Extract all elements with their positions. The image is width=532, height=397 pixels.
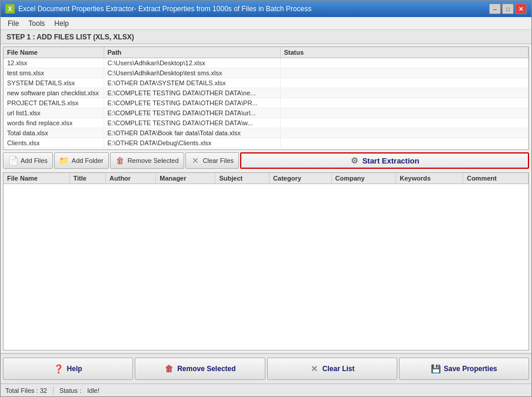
clear-list-button[interactable]: ✕ Clear List	[267, 358, 397, 380]
file-status-cell	[280, 138, 528, 148]
file-status-cell	[280, 128, 528, 138]
table-row: words find replace.xlsx E:\COMPLETE TEST…	[4, 118, 528, 128]
file-name-cell: Total data.xlsx	[4, 128, 104, 138]
file-name-cell: SYSTEM DETAILS.xlsx	[4, 78, 104, 88]
clear-list-icon: ✕	[310, 364, 319, 373]
file-table-container[interactable]: File Name Path Status 12.xlsx C:\Users\A…	[3, 46, 529, 150]
table-row	[4, 219, 528, 226]
file-path-cell: C:\Users\Adhikari\Desktop\12.xlsx	[104, 58, 280, 68]
table-row: Clients.xlsx E:\OTHER DATA\Debug\Clients…	[4, 138, 528, 148]
table-row	[4, 262, 528, 269]
prop-col-filename: File Name	[4, 173, 69, 184]
remove-selected-bottom-button[interactable]: 🗑 Remove Selected	[135, 358, 265, 380]
save-properties-label: Save Properties	[444, 365, 497, 373]
top-button-row: 📄 Add Files 📁 Add Folder 🗑 Remove Select…	[3, 150, 529, 170]
file-name-cell: url list1.xlsx	[4, 108, 104, 118]
file-status-cell	[280, 78, 528, 88]
file-status-cell	[280, 108, 528, 118]
file-name-cell: PROJECT DETAILS.xlsx	[4, 98, 104, 108]
remove-selected-top-button[interactable]: 🗑 Remove Selected	[110, 152, 184, 169]
file-status-cell	[280, 68, 528, 78]
remove-selected-top-icon: 🗑	[115, 156, 125, 165]
menu-tools[interactable]: Tools	[24, 18, 49, 29]
total-files: Total Files : 32	[5, 387, 47, 394]
clear-files-label: Clear Files	[203, 157, 234, 164]
remove-selected-bottom-label: Remove Selected	[177, 365, 235, 373]
add-folder-label: Add Folder	[72, 157, 104, 164]
main-window: X Excel Document Properties Extractor- E…	[0, 0, 532, 397]
file-table-header: File Name Path Status	[4, 47, 528, 58]
table-row	[4, 233, 528, 241]
main-content: File Name Path Status 12.xlsx C:\Users\A…	[1, 44, 531, 353]
prop-col-keywords: Keywords	[396, 173, 463, 184]
prop-col-title: Title	[69, 173, 106, 184]
prop-col-comment: Comment	[463, 173, 528, 184]
table-row	[4, 212, 528, 219]
table-row: test sms.xlsx C:\Users\Adhikari\Desktop\…	[4, 68, 528, 78]
clear-files-icon: ✕	[191, 156, 200, 165]
maximize-button[interactable]: □	[502, 4, 514, 14]
file-status-cell	[280, 118, 528, 128]
table-row: url list1.xlsx E:\COMPLETE TESTING DATA\…	[4, 108, 528, 118]
help-icon: ❓	[54, 364, 64, 373]
save-properties-icon: 💾	[431, 364, 440, 373]
file-path-cell: E:\OTHER DATA\Book fair data\Total data.…	[104, 128, 280, 138]
menu-help[interactable]: Help	[49, 18, 74, 29]
file-path-cell: E:\COMPLETE TESTING DATA\OTHER DATA\PR..…	[104, 98, 280, 108]
window-title: Excel Document Properties Extractor- Ext…	[18, 5, 311, 13]
properties-section: File Name Title Author Manager Subject C…	[3, 172, 529, 351]
prop-col-subject: Subject	[215, 173, 270, 184]
properties-table-header: File Name Title Author Manager Subject C…	[4, 173, 528, 184]
step-header: STEP 1 : ADD FILES LIST (XLS, XLSX)	[1, 30, 531, 44]
prop-col-author: Author	[106, 173, 156, 184]
table-row: PROJECT DETAILS.xlsx E:\COMPLETE TESTING…	[4, 98, 528, 108]
help-label: Help	[67, 365, 82, 373]
file-path-cell: C:\Users\Adhikari\Desktop\test sms.xlsx	[104, 68, 280, 78]
add-files-icon: 📄	[8, 156, 18, 165]
start-extraction-label: Start Extraction	[363, 156, 420, 165]
remove-selected-bottom-icon: 🗑	[164, 364, 174, 373]
file-name-cell: new software plan checklist.xlsx	[4, 88, 104, 98]
table-row	[4, 184, 528, 192]
file-path-cell: E:\OTHER DATA\SYSTEM DETAILS.xlsx	[104, 78, 280, 88]
menu-file[interactable]: File	[3, 18, 24, 29]
clear-list-label: Clear List	[322, 365, 355, 373]
minimize-button[interactable]: –	[489, 4, 501, 14]
file-table: File Name Path Status 12.xlsx C:\Users\A…	[4, 47, 528, 148]
table-row	[4, 248, 528, 255]
properties-table-container[interactable]: File Name Title Author Manager Subject C…	[3, 172, 529, 351]
status-value: Idle!	[87, 387, 99, 394]
table-row	[4, 226, 528, 233]
col-status: Status	[280, 47, 528, 58]
table-row	[4, 255, 528, 262]
col-filename: File Name	[4, 47, 104, 58]
close-button[interactable]: ✕	[515, 4, 527, 14]
prop-col-category: Category	[270, 173, 331, 184]
save-properties-button[interactable]: 💾 Save Properties	[399, 358, 529, 380]
help-button[interactable]: ❓ Help	[3, 358, 133, 380]
file-list-section: File Name Path Status 12.xlsx C:\Users\A…	[3, 46, 529, 170]
title-bar: X Excel Document Properties Extractor- E…	[1, 1, 531, 17]
file-path-cell: E:\OTHER DATA\Debug\Clients.xlsx	[104, 138, 280, 148]
remove-selected-top-label: Remove Selected	[128, 157, 179, 164]
file-name-cell: words find replace.xlsx	[4, 118, 104, 128]
file-path-cell: E:\COMPLETE TESTING DATA\OTHER DATA\w...	[104, 118, 280, 128]
table-row: 12.xlsx C:\Users\Adhikari\Desktop\12.xls…	[4, 58, 528, 68]
table-row: new software plan checklist.xlsx E:\COMP…	[4, 88, 528, 98]
file-name-cell: test sms.xlsx	[4, 68, 104, 78]
start-extraction-button[interactable]: ⚙ Start Extraction	[240, 152, 529, 169]
status-divider	[53, 386, 54, 395]
prop-col-manager: Manager	[156, 173, 215, 184]
table-row	[4, 205, 528, 212]
add-files-button[interactable]: 📄 Add Files	[3, 152, 53, 169]
table-row	[4, 191, 528, 198]
table-row	[4, 198, 528, 205]
app-icon: X	[5, 4, 15, 14]
col-path: Path	[104, 47, 280, 58]
file-status-cell	[280, 88, 528, 98]
file-path-cell: E:\COMPLETE TESTING DATA\OTHER DATA\ne..…	[104, 88, 280, 98]
table-row	[4, 241, 528, 248]
add-folder-icon: 📁	[59, 156, 69, 165]
add-folder-button[interactable]: 📁 Add Folder	[54, 152, 109, 169]
clear-files-button[interactable]: ✕ Clear Files	[185, 152, 240, 169]
